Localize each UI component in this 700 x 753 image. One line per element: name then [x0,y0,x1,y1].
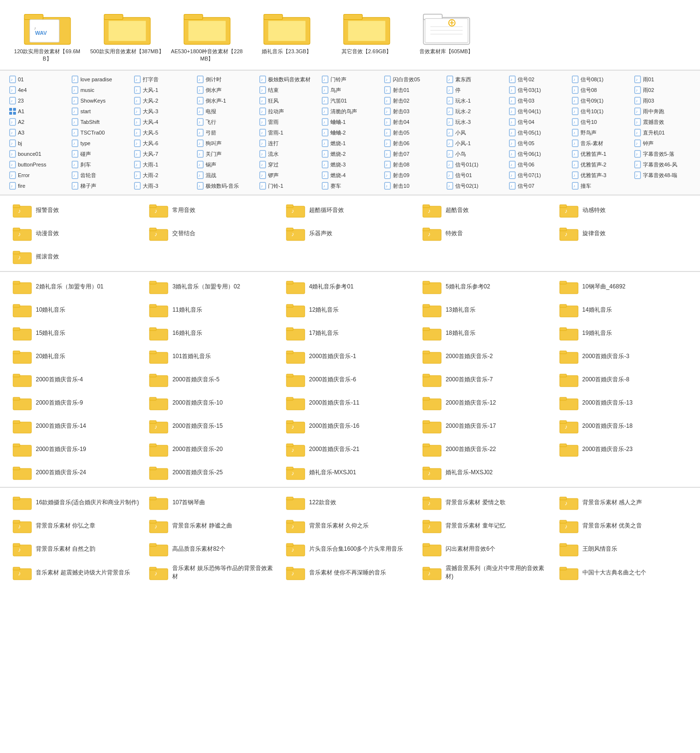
file-item[interactable]: ♪ type [70,138,130,148]
wedding-folder-item[interactable]: 2000首婚庆音乐-10 [146,393,280,412]
bottom-folder-item[interactable]: ♪ 片头音乐合集1600多个片头常用音乐 [283,539,417,558]
file-item[interactable]: ♪ A2 [7,117,68,127]
file-item[interactable]: ♪ 优雅笛声-2 [570,160,630,169]
file-item[interactable]: ♪ 大雨-3 [132,181,193,191]
wedding-folder-item[interactable]: ♪ 2000首婚庆音乐-16 [283,416,417,436]
file-item[interactable]: ♪ 梯子声 [70,181,130,191]
file-item[interactable]: ♪ 大风-6 [132,138,193,148]
wedding-folder-item[interactable]: 2000首婚庆音乐-17 [419,416,553,436]
file-item[interactable]: ♪ 连打 [257,138,318,148]
subfolder-item[interactable]: ♪ 特效音 [419,224,553,243]
wedding-folder-item[interactable]: ♪ 婚礼音乐-MXSJ01 [283,463,417,482]
wedding-folder-item[interactable]: 17婚礼音乐 [283,323,417,343]
file-item[interactable]: ♪ 信号08(1) [570,75,630,84]
file-item[interactable]: ♪ 信号05 [507,138,567,148]
subfolder-item[interactable]: ♪ 动漫音效 [10,224,144,243]
file-item[interactable]: ♪ 飞行 [195,117,255,127]
wedding-folder-item[interactable]: 2000首婚庆音乐-19 [10,439,144,459]
wedding-folder-item[interactable]: 2000首婚庆音乐-20 [146,439,280,459]
file-item[interactable]: ♪ 直升机01 [632,128,693,137]
bottom-folder-item[interactable]: 16款婚摄音乐(适合婚庆片和商业片制作) [10,493,144,512]
file-item[interactable]: ♪ 信号04(1) [507,106,567,116]
bottom-folder-item[interactable]: ♪ 背景音乐素材 优美之音 [556,516,690,535]
wedding-folder-item[interactable]: ♪ 2000首婚庆音乐-21 [283,439,417,459]
file-item[interactable]: ♪ 信号08 [570,85,630,95]
file-item[interactable]: ♪ 玩水-3 [445,117,505,127]
file-item[interactable]: ♪ 大风-5 [132,128,193,137]
wedding-folder-item[interactable]: 2000首婚庆音乐-2 [419,346,553,366]
file-item[interactable]: ♪ 电报 [195,106,255,116]
file-item[interactable]: ♪ 字幕音效5-落 [632,149,693,159]
file-item[interactable]: ♪ A3 [7,128,68,137]
wedding-folder-item[interactable]: 2000首婚庆音乐-11 [283,393,417,412]
top-folder-f1[interactable]: WAV ♪ 120款实用音效素材【69.6MB】 [10,7,85,62]
wedding-folder-item[interactable]: 10钢琴曲_46892 [556,277,690,296]
top-folder-f3[interactable]: AE530+1800种音效素材【228MB】 [169,7,244,62]
wedding-folder-item[interactable]: 2000首婚庆音乐-14 [10,416,144,436]
wedding-folder-item[interactable]: ♪ 2000首婚庆音乐-18 [556,416,690,436]
file-item[interactable]: ♪ 狂风 [257,96,318,105]
file-item[interactable]: ♪ 结束 [257,85,318,95]
file-item[interactable]: ♪ 信号03 [507,96,567,105]
wedding-folder-item[interactable]: 16婚礼音乐 [146,323,280,343]
subfolder-item[interactable]: ♪ 摇滚音效 [10,247,144,266]
bottom-folder-item[interactable]: 王朗风情音乐 [556,539,690,558]
file-item[interactable]: ♪ 优雅笛声-1 [570,149,630,159]
file-item[interactable]: ♪ 玩水-2 [445,106,505,116]
file-item[interactable]: ♪ 大雨-2 [132,170,193,180]
file-item[interactable]: ♪ 门铃-1 [257,181,318,191]
file-item[interactable]: ♪ 射击08 [382,160,443,169]
file-item[interactable]: ♪ 雨02 [632,85,693,95]
bottom-folder-item[interactable]: ♪ 音乐素材 超震撼史诗级大片背景音乐 [10,562,144,583]
wedding-folder-item[interactable]: 2000首婚庆音乐-24 [10,463,144,482]
bottom-folder-item[interactable]: 高品质音乐素材82个 [146,539,280,558]
file-item[interactable]: ♪ music [70,85,130,95]
file-item[interactable]: ♪ 倒水声 [195,85,255,95]
file-item[interactable]: ♪ 门铃声 [320,75,380,84]
file-item[interactable]: ♪ TSCTra00 [70,128,130,137]
file-item[interactable]: ♪ 撞车 [570,181,630,191]
file-item[interactable]: ♪ 射击10 [382,181,443,191]
file-item[interactable]: ♪ 清脆的鸟声 [320,106,380,116]
bottom-folder-item[interactable]: 122款音效 [283,493,417,512]
subfolder-item[interactable]: ♪ 动感特效 [556,200,690,220]
file-item[interactable]: ♪ 刹车 [70,160,130,169]
file-item[interactable]: ♪ 雨01 [632,75,693,84]
wedding-folder-item[interactable]: 2000首婚庆音乐-7 [419,370,553,389]
wedding-folder-item[interactable]: 11婚礼音乐 [146,300,280,319]
file-item[interactable]: ♪ 信号02(1) [445,181,505,191]
wedding-folder-item[interactable]: 4婚礼音乐参考01 [283,277,417,296]
file-item[interactable]: ♪ 锅声 [195,160,255,169]
wedding-folder-item[interactable]: 20婚礼音乐 [10,346,144,366]
file-item[interactable]: ♪ 射击06 [382,138,443,148]
file-item[interactable]: ♪ 信号04 [507,117,567,127]
file-item[interactable]: ♪ 信号10(1) [570,106,630,116]
file-item[interactable]: ♪ 锣声 [257,170,318,180]
wedding-folder-item[interactable]: 19婚礼音乐 [556,323,690,343]
file-item[interactable]: ♪ 字幕音效46-风 [632,160,693,169]
wedding-folder-item[interactable]: 18婚礼音乐 [419,323,553,343]
wedding-folder-item[interactable]: 2000首婚庆音乐-5 [146,370,280,389]
file-item[interactable]: ♪ 射击03 [382,106,443,116]
top-folder-f4[interactable]: 婚礼音乐【23.3GB】 [249,7,324,62]
file-item[interactable]: ♪ 4e4 [7,85,68,95]
file-item[interactable]: ♪ 汽笛01 [320,96,380,105]
wedding-folder-item[interactable]: 3婚礼音乐（加盟专用）02 [146,277,280,296]
file-item[interactable]: ♪ 大风-4 [132,117,193,127]
file-item[interactable]: ♪ 信号10 [570,117,630,127]
file-item[interactable]: ♪ 倒计时 [195,75,255,84]
file-item[interactable]: ♪ 震撼音效 [632,117,693,127]
subfolder-item[interactable]: ♪ 超酷循环音效 [283,200,417,220]
file-item[interactable]: ♪ 雷雨 [257,117,318,127]
file-item[interactable]: ♪ 赛车 [320,181,380,191]
file-item[interactable]: ♪ 打字音 [132,75,193,84]
wedding-folder-item[interactable]: 2000首婚庆音乐-8 [556,370,690,389]
subfolder-item[interactable]: ♪ 旋律音效 [556,224,690,243]
file-item[interactable]: ♪ 大风-7 [132,149,193,159]
file-item[interactable]: ♪ Error [7,170,68,180]
file-item[interactable]: ♪ 燃烧-2 [320,149,380,159]
wedding-folder-item[interactable]: 101首婚礼音乐 [146,346,280,366]
file-item[interactable]: ♪ 穿过 [257,160,318,169]
file-item[interactable]: ♪ 大雨-1 [132,160,193,169]
file-item[interactable]: ♪ 优雅笛声-3 [570,170,630,180]
